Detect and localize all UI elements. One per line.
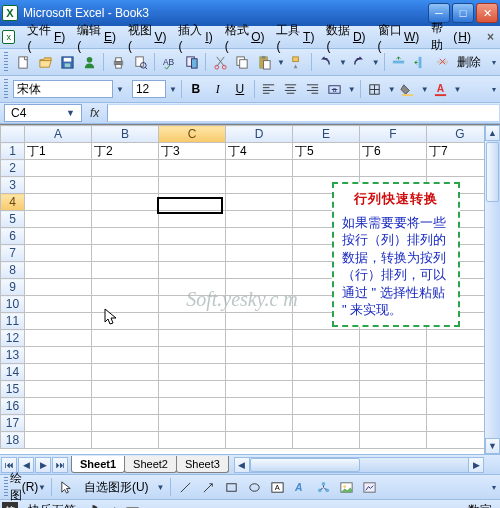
toolbar-overflow[interactable]: ▾ [491,85,496,94]
fill-color-icon[interactable] [398,79,418,99]
cell-D6[interactable] [226,228,293,245]
row-header-12[interactable]: 12 [1,330,25,347]
font-color-icon[interactable]: A [431,79,451,99]
col-header-F[interactable]: F [360,126,427,143]
row-header-9[interactable]: 9 [1,279,25,296]
delete-icon[interactable] [433,52,453,72]
row-header-13[interactable]: 13 [1,347,25,364]
cell-C14[interactable] [159,364,226,381]
cell-A5[interactable] [25,211,92,228]
cell-C13[interactable] [159,347,226,364]
sheet-tab-sheet1[interactable]: Sheet1 [71,456,125,473]
cell-E1[interactable]: 丁5 [293,143,360,160]
cell-A7[interactable] [25,245,92,262]
col-header-A[interactable]: A [25,126,92,143]
menu-e[interactable]: 编辑(E) [71,19,122,56]
horizontal-scrollbar[interactable]: ◀ ▶ [234,457,484,473]
row-header-17[interactable]: 17 [1,415,25,432]
cell-C11[interactable] [159,313,226,330]
cell-G1[interactable]: 丁7 [427,143,485,160]
toolbar-handle[interactable] [4,477,8,497]
cell-D4[interactable] [226,194,293,211]
cell-C1[interactable]: 丁3 [159,143,226,160]
redo-dropdown[interactable]: ▼ [371,58,380,67]
cell-D11[interactable] [226,313,293,330]
grid[interactable]: ABCDEFG1丁1丁2丁3丁4丁5丁6丁7234567891011121314… [0,125,484,454]
row-header-7[interactable]: 7 [1,245,25,262]
row-header-18[interactable]: 18 [1,432,25,449]
cell-C5[interactable] [159,211,226,228]
cell-C3[interactable] [159,177,226,194]
cell-C4[interactable] [159,194,226,211]
cell-D16[interactable] [226,398,293,415]
cell-C9[interactable] [159,279,226,296]
cell-E15[interactable] [293,381,360,398]
cell-D1[interactable]: 丁4 [226,143,293,160]
cell-B13[interactable] [92,347,159,364]
rectangle-icon[interactable] [222,477,242,497]
row-header-6[interactable]: 6 [1,228,25,245]
cell-B4[interactable] [92,194,159,211]
undo-icon[interactable] [316,52,336,72]
italic-button[interactable]: I [208,79,228,99]
cell-B10[interactable] [92,296,159,313]
cell-F15[interactable] [360,381,427,398]
oval-icon[interactable] [245,477,265,497]
cell-E18[interactable] [293,432,360,449]
cell-G13[interactable] [427,347,485,364]
scroll-down-button[interactable]: ▼ [485,438,500,454]
borders-icon[interactable] [365,79,385,99]
cell-F13[interactable] [360,347,427,364]
row-header-5[interactable]: 5 [1,211,25,228]
cell-E12[interactable] [293,330,360,347]
toolbar-handle[interactable] [4,52,8,72]
row-header-8[interactable]: 8 [1,262,25,279]
cell-A11[interactable] [25,313,92,330]
cell-D17[interactable] [226,415,293,432]
cell-D9[interactable] [226,279,293,296]
col-header-D[interactable]: D [226,126,293,143]
cell-B5[interactable] [92,211,159,228]
cell-A13[interactable] [25,347,92,364]
cell-C15[interactable] [159,381,226,398]
wordart-icon[interactable]: A [291,477,311,497]
cell-A16[interactable] [25,398,92,415]
cell-C16[interactable] [159,398,226,415]
cell-G17[interactable] [427,415,485,432]
cell-F2[interactable] [360,160,427,177]
row-header-2[interactable]: 2 [1,160,25,177]
cell-F16[interactable] [360,398,427,415]
hscroll-thumb[interactable] [250,458,360,472]
menu-o[interactable]: 格式(O) [219,19,271,56]
line-icon[interactable] [176,477,196,497]
cell-G15[interactable] [427,381,485,398]
drawing-menu[interactable]: 绘图(R) [14,477,34,497]
new-icon[interactable] [13,52,33,72]
cell-B17[interactable] [92,415,159,432]
col-header-G[interactable]: G [427,126,485,143]
cell-A18[interactable] [25,432,92,449]
ime-indicator[interactable]: 笔 [2,502,18,509]
autoshapes-menu[interactable]: 自选图形(U) [80,477,153,497]
menu-d[interactable]: 数据(D) [320,19,371,56]
col-header-B[interactable]: B [92,126,159,143]
redo-icon[interactable] [349,52,369,72]
row-header-11[interactable]: 11 [1,313,25,330]
cell-A9[interactable] [25,279,92,296]
menu-w[interactable]: 窗口(W) [372,19,426,56]
menu-v[interactable]: 视图(V) [122,19,173,56]
cell-C8[interactable] [159,262,226,279]
cell-B1[interactable]: 丁2 [92,143,159,160]
cell-F18[interactable] [360,432,427,449]
row-header-15[interactable]: 15 [1,381,25,398]
cell-B11[interactable] [92,313,159,330]
menu-i[interactable]: 插入(I) [172,19,218,56]
name-box[interactable]: C4 ▼ [4,104,82,122]
cell-A12[interactable] [25,330,92,347]
delete-label[interactable]: 删除 [455,54,483,71]
cell-B14[interactable] [92,364,159,381]
cell-G12[interactable] [427,330,485,347]
fx-icon[interactable]: fx [90,106,99,120]
underline-button[interactable]: U [230,79,250,99]
row-header-4[interactable]: 4 [1,194,25,211]
